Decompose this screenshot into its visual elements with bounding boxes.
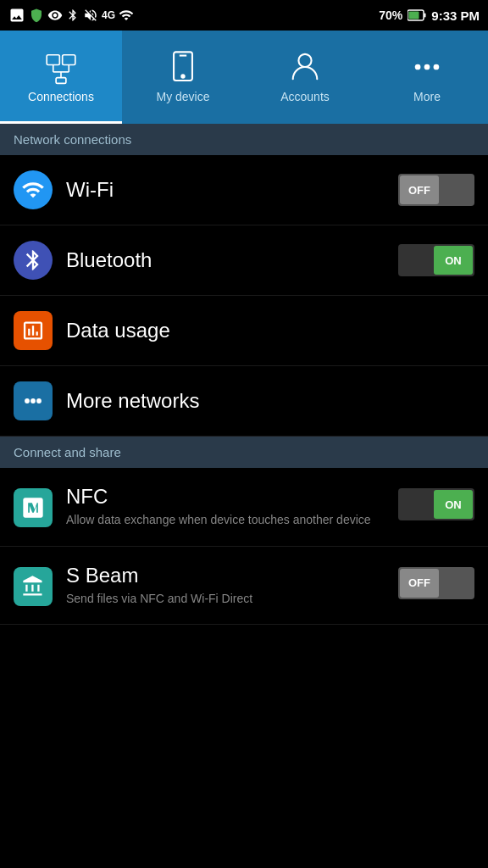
battery-icon <box>408 9 426 21</box>
bluetooth-text: Bluetooth <box>66 248 398 272</box>
svg-rect-4 <box>63 54 75 64</box>
svg-point-18 <box>30 398 36 403</box>
more-networks-title: More networks <box>66 389 474 413</box>
svg-point-14 <box>415 64 421 70</box>
my-device-icon <box>165 49 201 85</box>
4g-label: 4G <box>102 9 115 21</box>
svg-point-15 <box>424 64 430 70</box>
section-network-header: Network connections <box>0 124 488 155</box>
nfc-svg <box>21 496 45 520</box>
accounts-icon <box>287 49 323 85</box>
bluetooth-item[interactable]: Bluetooth ON <box>0 225 488 296</box>
wifi-item[interactable]: Wi-Fi OFF <box>0 155 488 225</box>
wifi-text: Wi-Fi <box>66 178 398 202</box>
sbeam-icon <box>14 567 53 606</box>
wifi-svg <box>21 178 45 202</box>
wifi-icon <box>14 170 53 209</box>
nfc-text: NFC Allow data exchange when device touc… <box>66 485 398 529</box>
bluetooth-icon <box>14 241 53 280</box>
connections-icon <box>43 49 79 85</box>
wifi-title: Wi-Fi <box>66 178 398 202</box>
signal-icon <box>119 8 134 23</box>
svg-point-11 <box>181 75 184 77</box>
svg-point-16 <box>434 64 440 70</box>
mute-icon <box>83 8 98 23</box>
wifi-toggle-thumb: OFF <box>400 175 439 204</box>
nfc-title: NFC <box>66 485 398 509</box>
tab-connections-label: Connections <box>28 90 94 103</box>
tab-my-device[interactable]: My device <box>122 31 244 124</box>
data-svg <box>21 319 45 342</box>
nfc-toggle[interactable]: ON <box>398 488 474 520</box>
nfc-item[interactable]: NFC Allow data exchange when device touc… <box>0 468 488 547</box>
wifi-toggle[interactable]: OFF <box>398 174 474 206</box>
tab-connections[interactable]: Connections <box>0 31 122 124</box>
bluetooth-status-icon <box>66 8 80 22</box>
status-left-icons: 4G <box>8 7 134 24</box>
sbeam-subtitle: Send files via NFC and Wi-Fi Direct <box>66 591 398 608</box>
bluetooth-title: Bluetooth <box>66 248 398 272</box>
more-networks-text: More networks <box>66 389 474 413</box>
connect-share-list: NFC Allow data exchange when device touc… <box>0 468 488 625</box>
photo-icon <box>8 7 25 24</box>
nfc-subtitle: Allow data exchange when device touches … <box>66 512 398 529</box>
tab-bar: Connections My device Accounts More <box>0 31 488 124</box>
bluetooth-toggle[interactable]: ON <box>398 244 474 276</box>
nfc-toggle-thumb: ON <box>434 490 473 519</box>
bluetooth-toggle-thumb: ON <box>434 246 473 275</box>
status-right-info: 70% 9:33 PM <box>379 8 480 23</box>
eye-icon <box>47 8 63 23</box>
svg-rect-9 <box>56 77 66 83</box>
data-usage-text: Data usage <box>66 319 474 342</box>
svg-point-13 <box>298 53 311 66</box>
more-networks-icon <box>14 381 53 420</box>
svg-point-19 <box>36 398 42 403</box>
tab-more[interactable]: More <box>366 31 488 124</box>
status-bar: 4G 70% 9:33 PM <box>0 0 488 31</box>
data-usage-icon <box>14 311 53 350</box>
shield-icon <box>29 8 44 23</box>
data-usage-item[interactable]: Data usage <box>0 296 488 366</box>
status-time: 9:33 PM <box>431 8 480 23</box>
nfc-icon <box>14 488 53 527</box>
svg-rect-1 <box>409 12 419 19</box>
more-net-svg <box>21 389 45 413</box>
more-networks-item[interactable]: More networks <box>0 366 488 437</box>
sbeam-item[interactable]: S Beam Send files via NFC and Wi-Fi Dire… <box>0 547 488 626</box>
sbeam-text: S Beam Send files via NFC and Wi-Fi Dire… <box>66 564 398 608</box>
network-list: Wi-Fi OFF Bluetooth ON Data usage <box>0 155 488 437</box>
sbeam-toggle-thumb: OFF <box>400 569 439 598</box>
svg-rect-3 <box>47 54 59 64</box>
tab-accounts[interactable]: Accounts <box>244 31 366 124</box>
section-connect-header: Connect and share <box>0 437 488 468</box>
data-usage-title: Data usage <box>66 319 474 342</box>
battery-percent: 70% <box>379 8 402 22</box>
tab-my-device-label: My device <box>156 90 209 103</box>
sbeam-title: S Beam <box>66 564 398 587</box>
svg-rect-2 <box>424 14 426 18</box>
more-icon <box>409 49 445 85</box>
svg-point-17 <box>25 398 30 403</box>
tab-more-label: More <box>413 90 441 103</box>
bluetooth-svg <box>21 248 45 272</box>
sbeam-svg <box>21 575 45 598</box>
tab-accounts-label: Accounts <box>280 90 330 103</box>
sbeam-toggle[interactable]: OFF <box>398 567 474 599</box>
